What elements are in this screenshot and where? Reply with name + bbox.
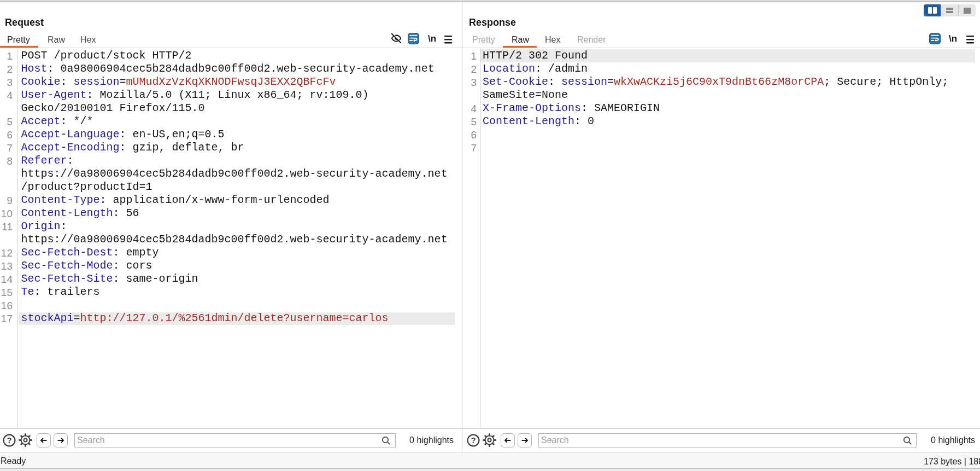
svg-text:\n: \n xyxy=(428,33,436,44)
svg-text:?: ? xyxy=(471,435,476,445)
svg-text:?: ? xyxy=(7,435,11,445)
svg-text:\n: \n xyxy=(949,33,957,44)
